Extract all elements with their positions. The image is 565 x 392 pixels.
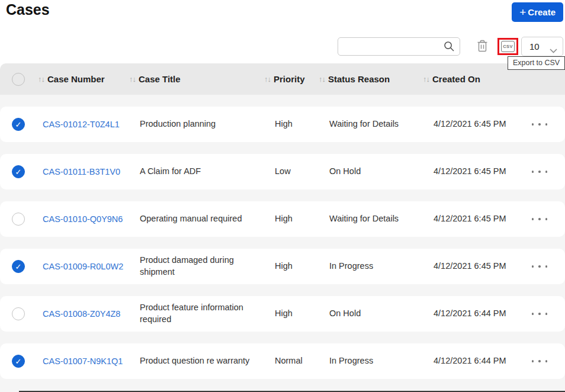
ellipsis-icon	[532, 218, 534, 220]
sort-icon: ↑↓	[129, 75, 136, 83]
priority-cell: High	[262, 211, 316, 227]
created-on-cell: 4/12/2021 6:45 PM	[420, 211, 522, 227]
case-title-cell: Product feature information required	[127, 300, 262, 327]
case-number-link[interactable]: CAS-01010-Q0Y9N6	[36, 214, 127, 224]
case-number-link[interactable]: CAS-01009-R0L0W2	[36, 262, 127, 271]
priority-cell: High	[262, 258, 316, 275]
chevron-down-icon	[550, 45, 557, 56]
create-button[interactable]: + Create	[512, 2, 563, 22]
export-csv-button[interactable]: CSV	[501, 41, 515, 52]
case-number-link[interactable]: CAS-01011-B3T1V0	[36, 167, 127, 176]
created-on-cell: 4/12/2021 6:45 PM	[420, 163, 522, 180]
header-case-title[interactable]: ↑↓ Case Title	[127, 74, 262, 84]
ellipsis-icon	[532, 313, 534, 315]
row-checkbox[interactable]	[12, 355, 25, 368]
case-number-link[interactable]: CAS-01007-N9K1Q1	[36, 356, 127, 366]
page-title: Cases	[6, 1, 50, 18]
table-row: CAS-01008-Z0Y4Z8 Product feature informa…	[0, 296, 565, 332]
status-reason-cell: On Hold	[316, 163, 420, 180]
created-on-cell: 4/12/2021 6:44 PM	[420, 353, 522, 369]
table-row: CAS-01011-B3T1V0 A Claim for ADF Low On …	[0, 154, 565, 189]
table-row: CAS-01012-T0Z4L1 Production planning Hig…	[0, 107, 565, 142]
create-button-label: Create	[528, 7, 556, 17]
row-menu-button[interactable]	[522, 307, 565, 321]
case-title-cell: Product question re warranty	[127, 353, 262, 369]
row-menu-button[interactable]	[522, 212, 565, 226]
delete-button[interactable]	[477, 40, 488, 54]
csv-file-icon: CSV	[501, 41, 515, 52]
export-csv-tooltip: Export to CSV	[508, 56, 565, 70]
status-reason-cell: On Hold	[316, 306, 420, 322]
ellipsis-icon	[532, 265, 534, 268]
cases-page: Cases + Create	[0, 0, 565, 392]
select-all-cell	[0, 73, 36, 86]
table-row: CAS-01010-Q0Y9N6 Operating manual requir…	[0, 201, 565, 237]
status-reason-cell: In Progress	[316, 353, 420, 369]
ellipsis-icon	[532, 171, 534, 173]
created-on-cell: 4/12/2021 6:44 PM	[420, 306, 522, 322]
list-controls: CSV 10	[338, 37, 563, 56]
row-checkbox[interactable]	[12, 260, 25, 273]
case-title-cell: Operating manual required	[127, 211, 262, 227]
row-menu-button[interactable]	[522, 354, 565, 368]
page-header: Cases + Create	[0, 0, 565, 63]
search-box	[338, 37, 460, 56]
priority-cell: High	[262, 306, 316, 322]
status-reason-cell: Waiting for Details	[316, 116, 420, 133]
sort-icon: ↑↓	[264, 75, 271, 83]
header-priority[interactable]: ↑↓ Priority	[262, 74, 316, 84]
cases-table: ↑↓ Case Number ↑↓ Case Title ↑↓ Priority…	[0, 63, 565, 392]
trash-icon	[477, 40, 488, 54]
priority-cell: Normal	[262, 353, 316, 369]
priority-cell: Low	[262, 163, 316, 180]
page-size-value: 10	[522, 41, 540, 52]
select-all-checkbox[interactable]	[12, 73, 25, 86]
case-title-cell: Production planning	[127, 116, 262, 133]
case-title-cell: Product damaged during shipment	[127, 252, 262, 280]
priority-cell: High	[262, 116, 316, 133]
search-icon[interactable]	[444, 41, 455, 52]
page-size-select[interactable]: 10	[521, 37, 563, 56]
row-menu-button[interactable]	[522, 117, 565, 131]
sort-icon: ↑↓	[319, 75, 325, 83]
table-body: CAS-01012-T0Z4L1 Production planning Hig…	[0, 95, 565, 392]
row-menu-button[interactable]	[522, 165, 565, 179]
sort-icon: ↑↓	[423, 75, 429, 83]
header-created-on[interactable]: ↑↓ Created On	[420, 74, 522, 84]
ellipsis-icon	[532, 123, 534, 126]
row-checkbox[interactable]	[12, 118, 25, 131]
row-checkbox[interactable]	[12, 213, 25, 226]
table-row: CAS-01009-R0L0W2 Product damaged during …	[0, 249, 565, 284]
table-header-row: ↑↓ Case Number ↑↓ Case Title ↑↓ Priority…	[0, 63, 565, 95]
case-number-link[interactable]: CAS-01008-Z0Y4Z8	[36, 309, 127, 319]
status-reason-cell: In Progress	[316, 258, 420, 275]
created-on-cell: 4/12/2021 6:45 PM	[420, 258, 522, 275]
row-menu-button[interactable]	[522, 259, 565, 274]
header-case-number[interactable]: ↑↓ Case Number	[36, 74, 127, 84]
case-number-link[interactable]: CAS-01012-T0Z4L1	[36, 120, 127, 129]
search-input[interactable]	[338, 37, 460, 56]
header-status-reason[interactable]: ↑↓ Status Reason	[316, 74, 420, 84]
plus-icon: +	[519, 7, 526, 18]
created-on-cell: 4/12/2021 6:45 PM	[420, 116, 522, 133]
annotation-highlight-box: CSV	[497, 38, 518, 55]
sort-icon: ↑↓	[38, 75, 44, 83]
row-checkbox[interactable]	[12, 165, 25, 178]
ellipsis-icon	[532, 360, 534, 362]
case-title-cell: A Claim for ADF	[127, 163, 262, 180]
table-row: CAS-01007-N9K1Q1 Product question re war…	[0, 343, 565, 379]
row-checkbox[interactable]	[12, 307, 25, 320]
status-reason-cell: Waiting for Details	[316, 211, 420, 227]
